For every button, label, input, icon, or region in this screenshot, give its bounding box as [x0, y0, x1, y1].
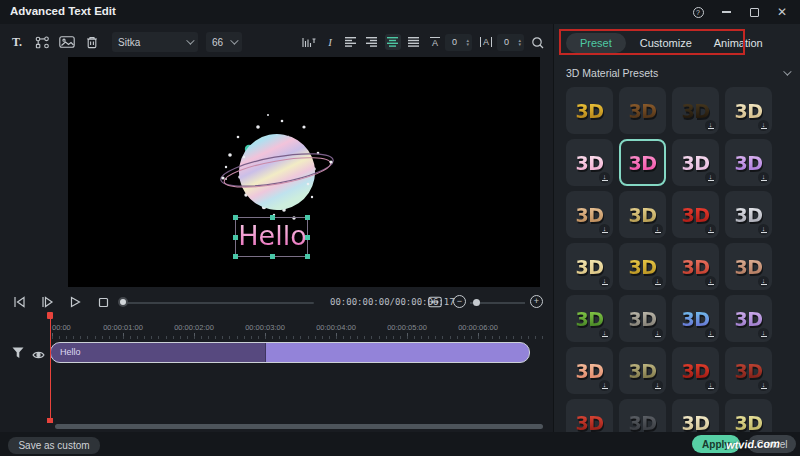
preset-tile[interactable]: 3D ↓	[619, 87, 666, 134]
preset-tile[interactable]: 3D ↓	[672, 139, 719, 186]
image-icon[interactable]	[58, 33, 76, 51]
preset-tile[interactable]: 3D ↓	[725, 191, 772, 238]
previous-frame-icon[interactable]	[12, 295, 26, 309]
chevron-down-icon	[186, 36, 194, 44]
stepper-arrows-icon[interactable]: ▴▾	[518, 38, 521, 46]
italic-icon[interactable]: I	[322, 34, 338, 50]
playhead-line[interactable]	[50, 318, 52, 420]
clip-elapsed-segment	[51, 343, 266, 362]
stepper-arrows-icon[interactable]: ▴▾	[466, 38, 469, 46]
font-family-select[interactable]: Sitka	[112, 32, 198, 52]
preset-tile[interactable]: 3D ↓	[619, 139, 666, 186]
preset-tile[interactable]: 3D ↓	[725, 295, 772, 342]
preset-label: 3D	[576, 308, 604, 330]
maximize-icon[interactable]	[748, 6, 760, 18]
resize-handle[interactable]	[305, 254, 310, 259]
canvas-text[interactable]: Hello	[236, 220, 309, 251]
zoom-in-icon[interactable]: +	[530, 295, 543, 308]
resize-handle[interactable]	[233, 235, 238, 240]
list-style-icon[interactable]	[301, 34, 317, 50]
download-icon: ↓	[705, 276, 716, 287]
preset-tile[interactable]: 3D ↓	[725, 347, 772, 394]
preset-tile[interactable]: 3D ↓	[725, 139, 772, 186]
close-icon[interactable]: ✕	[776, 6, 788, 18]
play-icon[interactable]	[68, 295, 82, 309]
timeline: 00:0000:00:01:0000:00:02:0000:00:03:0000…	[0, 320, 553, 432]
preset-nodes-icon[interactable]	[33, 33, 51, 51]
preset-tile[interactable]: 3D ↓	[619, 295, 666, 342]
chevron-down-icon	[783, 67, 791, 75]
preset-tile[interactable]: 3D ↓	[566, 399, 613, 432]
align-center-icon[interactable]	[385, 34, 401, 50]
trash-icon[interactable]	[83, 33, 101, 51]
next-frame-icon[interactable]	[40, 295, 54, 309]
preset-tile[interactable]: 3D ↓	[566, 139, 613, 186]
seek-handle[interactable]	[118, 297, 128, 307]
justify-icon[interactable]	[406, 34, 422, 50]
stop-icon[interactable]	[96, 295, 110, 309]
eye-icon[interactable]	[32, 346, 45, 364]
preset-tile[interactable]: 3D ↓	[566, 347, 613, 394]
preset-tile[interactable]: 3D ↓	[725, 87, 772, 134]
resize-handle[interactable]	[233, 215, 238, 220]
text-selection-box[interactable]: Hello	[235, 217, 308, 257]
apply-button[interactable]: Apply	[692, 435, 740, 453]
preset-label: 3D	[629, 204, 657, 226]
preset-tile[interactable]: 3D ↓	[619, 191, 666, 238]
preset-tile[interactable]: 3D ↓	[672, 87, 719, 134]
preset-tile[interactable]: 3D ↓	[725, 243, 772, 290]
download-icon: ↓	[599, 380, 610, 391]
resize-handle[interactable]	[270, 254, 275, 259]
download-icon: ↓	[758, 380, 769, 391]
rotate-icon[interactable]	[529, 34, 545, 50]
resize-handle[interactable]	[233, 254, 238, 259]
letter-spacing-icon[interactable]: A	[480, 37, 492, 47]
playhead-foot[interactable]	[47, 418, 53, 423]
download-icon: ↓	[652, 224, 663, 235]
preset-label: 3D	[682, 152, 710, 174]
preset-tile[interactable]: 3D ↓	[619, 347, 666, 394]
letter-spacing-stepper[interactable]: 0 ▴▾	[497, 34, 524, 51]
preset-tile[interactable]: 3D ↓	[672, 191, 719, 238]
line-spacing-stepper[interactable]: 0 ▴▾	[445, 34, 472, 51]
preset-tile[interactable]: 3D ↓	[725, 399, 772, 432]
preset-label: 3D	[629, 100, 657, 122]
minimize-icon[interactable]	[720, 6, 732, 18]
line-spacing-icon[interactable]: A	[430, 37, 440, 48]
fit-icon[interactable]	[428, 295, 442, 309]
preset-tile[interactable]: 3D ↓	[672, 295, 719, 342]
download-icon: ↓	[758, 224, 769, 235]
material-presets-dropdown[interactable]: 3D Material Presets	[566, 63, 789, 82]
zoom-out-icon[interactable]: −	[453, 295, 466, 308]
font-size-select[interactable]: 66	[206, 32, 242, 52]
red-highlight-box	[559, 29, 745, 55]
preset-tile[interactable]: 3D ↓	[566, 295, 613, 342]
preset-tile[interactable]: 3D ↓	[619, 243, 666, 290]
timeline-zoom-handle[interactable]	[473, 299, 480, 306]
preset-tile[interactable]: 3D ↓	[566, 191, 613, 238]
download-icon: ↓	[758, 172, 769, 183]
download-icon: ↓	[758, 328, 769, 339]
window-title: Advanced Text Edit	[10, 5, 116, 17]
filter-icon[interactable]	[12, 345, 24, 363]
preset-tile[interactable]: 3D ↓	[619, 399, 666, 432]
preview-canvas[interactable]: Hello	[68, 57, 540, 287]
timeline-text-clip[interactable]: Hello	[50, 342, 530, 363]
save-as-custom-button[interactable]: Save as custom	[8, 437, 100, 454]
preset-tile[interactable]: 3D ↓	[566, 87, 613, 134]
add-text-icon[interactable]: T.	[8, 33, 26, 51]
resize-handle[interactable]	[305, 235, 310, 240]
cancel-button[interactable]: Cancel	[748, 435, 796, 453]
resize-handle[interactable]	[305, 215, 310, 220]
preset-tile[interactable]: 3D ↓	[672, 399, 719, 432]
timeline-scrollbar[interactable]	[55, 424, 543, 429]
preset-tile[interactable]: 3D ↓	[672, 347, 719, 394]
help-icon[interactable]: ?	[692, 6, 704, 18]
seek-slider[interactable]	[122, 302, 314, 304]
preset-tile[interactable]: 3D ↓	[672, 243, 719, 290]
align-right-icon[interactable]	[364, 34, 380, 50]
ruler-label: 00:00:06:00	[458, 323, 498, 332]
resize-handle[interactable]	[270, 215, 275, 220]
align-left-icon[interactable]	[343, 34, 359, 50]
preset-tile[interactable]: 3D ↓	[566, 243, 613, 290]
